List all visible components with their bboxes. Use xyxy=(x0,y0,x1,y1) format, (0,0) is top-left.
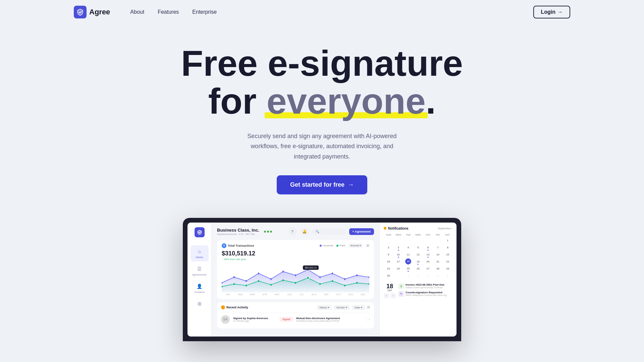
svg-point-5 xyxy=(282,270,284,273)
notif-dot xyxy=(384,227,386,230)
nav-link-about[interactable]: About xyxy=(130,9,144,15)
bell-icon-btn[interactable]: 🔔 xyxy=(300,227,309,236)
sidebar-label-home: Home xyxy=(196,256,203,259)
agreements-icon: ☰ xyxy=(196,265,203,272)
sidebar-item-contacts[interactable]: 👤 Contacts xyxy=(191,280,209,296)
hero-subtitle: Securely send and sign any agreement wit… xyxy=(241,131,402,162)
sidebar-item-misc[interactable]: ⊞ xyxy=(191,298,209,311)
activity-more[interactable]: ⋮ › xyxy=(365,317,370,321)
legend-dot-paid xyxy=(336,245,338,247)
legend-paid: Paid xyxy=(336,244,345,247)
navbar: Agree About Features Enterprise Login → xyxy=(0,0,644,24)
calendar-cell[interactable]: 25 xyxy=(404,265,413,272)
calendar-cell[interactable]: 18 xyxy=(405,258,411,264)
calendar-cell[interactable]: 21 xyxy=(433,258,442,265)
chart-months: JAN FEB MAR APR MAY JUN JUL AUG SEP OCT … xyxy=(222,293,369,296)
db-biz-sub: Sophia Amoruso · 172 · 50+ Mo. xyxy=(217,233,259,236)
calendar-cell[interactable]: 15 xyxy=(443,251,452,258)
calendar-cell[interactable]: 30 xyxy=(384,273,393,279)
calendar-cell[interactable]: 20 xyxy=(423,258,433,265)
notif-header: Notifications September › xyxy=(384,227,452,230)
agreement-button[interactable]: + Agreement xyxy=(349,228,374,235)
status-dots xyxy=(264,231,272,233)
calendar-cell[interactable]: 22 xyxy=(443,258,452,265)
help-icon-btn[interactable]: ? xyxy=(288,227,297,236)
calendar-cell[interactable]: 13 xyxy=(423,251,433,258)
calendar-cell[interactable]: 17 xyxy=(393,258,403,265)
calendar-cell[interactable]: 5 xyxy=(413,244,423,251)
notif-month[interactable]: September › xyxy=(438,227,452,230)
calendar-cell[interactable]: 4 xyxy=(404,244,413,251)
db-header-row: Business Class, Inc. Sophia Amoruso · 17… xyxy=(217,227,374,236)
calendar-cell[interactable]: 14 xyxy=(433,251,442,258)
db-header-icons: ? 🔔 🔍 + Agreement xyxy=(288,227,374,236)
calendar-cell[interactable]: 11 xyxy=(404,251,413,258)
pen-icon: ✎ xyxy=(398,291,404,297)
logo-text: Agree xyxy=(89,8,110,16)
notif-date-block: 18 SEP ‹ › $ Invoice #823-98-4561 Past D… xyxy=(384,283,452,299)
calendar-cell[interactable]: 1 xyxy=(404,273,413,279)
nav-link-enterprise[interactable]: Enterprise xyxy=(192,9,217,15)
calendar-cell[interactable]: 10 xyxy=(393,251,403,258)
calendar-cell[interactable]: 9 xyxy=(384,251,393,258)
calendar-cell[interactable]: 19 xyxy=(413,258,423,265)
hero-title: Free e-signature for everyone . xyxy=(181,44,463,120)
status-dot xyxy=(264,231,266,233)
dashboard-preview: ⌂ Home ☰ Agreements 👤 Contacts ⊞ xyxy=(0,218,644,341)
db-sidebar: ⌂ Home ☰ Agreements 👤 Contacts ⊞ xyxy=(187,223,212,337)
db-biz-name: Business Class, Inc. xyxy=(217,228,259,233)
home-icon: ⌂ xyxy=(196,248,203,255)
calendar-cell xyxy=(393,237,403,244)
sidebar-item-home[interactable]: ⌂ Home xyxy=(191,245,209,261)
filter-sender[interactable]: Sender ▾ xyxy=(334,305,350,310)
nav-links: About Features Enterprise xyxy=(130,9,533,15)
calendar-cell[interactable]: 8 xyxy=(443,244,452,251)
calendar-cell xyxy=(393,273,403,279)
calendar-cell[interactable]: 7 xyxy=(433,244,442,251)
logo-icon xyxy=(74,6,87,18)
activity-icon xyxy=(221,305,225,309)
notif-next[interactable]: › xyxy=(390,293,396,298)
calendar-cell xyxy=(433,237,442,244)
calendar-cell[interactable]: 27 xyxy=(423,265,433,272)
calendar-cell[interactable]: 1 xyxy=(443,237,452,244)
calendar-cell[interactable]: 29 xyxy=(443,265,452,272)
get-started-button[interactable]: Get started for free → xyxy=(277,175,367,194)
calendar-cell xyxy=(413,237,423,244)
chart-header: $ Total Transactions Invoiced Paid xyxy=(222,243,369,248)
nav-logo[interactable]: Agree xyxy=(74,6,110,18)
sidebar-item-agreements[interactable]: ☰ Agreements xyxy=(191,263,209,279)
calendar-cell[interactable]: 28 xyxy=(433,265,442,272)
db-logo xyxy=(195,227,205,237)
filter-date[interactable]: Date ▾ xyxy=(352,305,365,310)
nav-link-features[interactable]: Features xyxy=(158,9,179,15)
dashboard-inner: ⌂ Home ☰ Agreements 👤 Contacts ⊞ xyxy=(187,223,457,337)
calendar-cell[interactable]: 2 xyxy=(413,273,423,279)
calendar-cell[interactable]: 3 xyxy=(423,273,433,279)
calendar-cell[interactable]: 3 xyxy=(393,244,403,251)
db-main: Business Class, Inc. Sophia Amoruso · 17… xyxy=(212,223,379,337)
svg-point-23 xyxy=(344,285,345,287)
calendar-cell[interactable]: 5 xyxy=(443,273,452,279)
calendar-cell[interactable]: 2 xyxy=(384,244,393,251)
calendar-cell[interactable]: 12 xyxy=(413,251,423,258)
activity-doc: Mutual Non-disclosure Agreement 6a76b81d… xyxy=(296,317,361,322)
svg-point-1 xyxy=(233,276,235,278)
legend-dot-invoiced xyxy=(320,245,322,247)
svg-point-28 xyxy=(307,276,309,279)
search-box[interactable]: 🔍 xyxy=(312,229,346,235)
calendar-cell[interactable]: 24 xyxy=(393,265,403,272)
device-frame: ⌂ Home ☰ Agreements 👤 Contacts ⊞ xyxy=(183,218,461,341)
calendar-cell[interactable]: 6 xyxy=(423,244,433,251)
sidebar-label-contacts: Contacts xyxy=(194,291,205,294)
calendar-cell xyxy=(423,237,433,244)
calendar-cell[interactable]: 16 xyxy=(384,258,393,265)
calendar-cell[interactable]: 4 xyxy=(433,273,442,279)
svg-point-6 xyxy=(295,274,296,276)
login-button[interactable]: Login → xyxy=(533,6,570,18)
filter-status[interactable]: Status ▾ xyxy=(317,305,332,310)
calendar-cell[interactable]: 23 xyxy=(384,265,393,272)
calendar-cell[interactable]: 26 xyxy=(413,265,423,272)
chart-svg-wrap: $82,822.12 xyxy=(222,262,369,292)
notif-prev[interactable]: ‹ xyxy=(384,293,389,298)
